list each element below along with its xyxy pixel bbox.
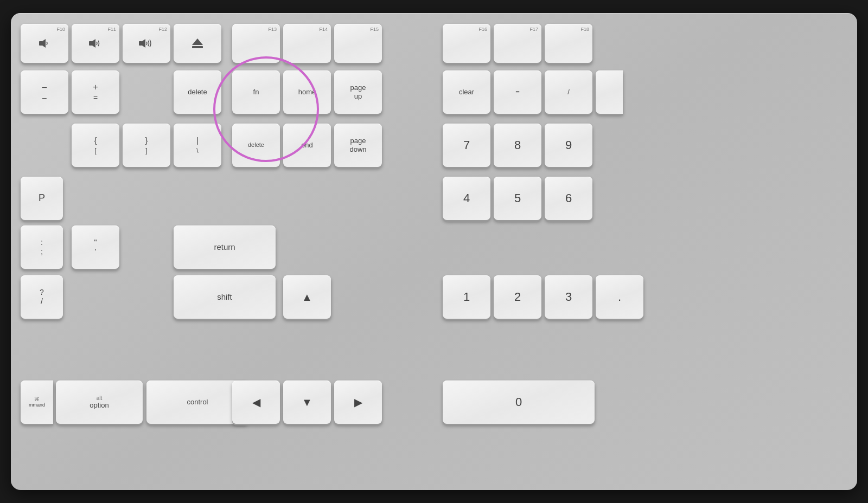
key-right-arrow[interactable]: ▶ bbox=[334, 381, 382, 424]
key-fn[interactable]: fn bbox=[232, 70, 280, 114]
key-numpad-0[interactable]: 0 bbox=[443, 381, 595, 424]
key-left-arrow[interactable]: ◀ bbox=[232, 381, 280, 424]
key-f14-label: F14 bbox=[319, 27, 328, 32]
key-right-arrow-label: ▶ bbox=[354, 396, 362, 409]
key-f12-label: F12 bbox=[158, 27, 167, 32]
keyboard: F10 F11 F12 bbox=[11, 13, 857, 490]
key-page-up[interactable]: page up bbox=[334, 70, 382, 114]
key-end-label: end bbox=[301, 141, 313, 150]
key-numpad-mul[interactable] bbox=[596, 70, 623, 114]
key-command[interactable]: ⌘mmand bbox=[21, 381, 53, 424]
key-p-label: P bbox=[39, 192, 45, 204]
key-numpad-eq[interactable]: = bbox=[494, 70, 541, 114]
key-numpad-1[interactable]: 1 bbox=[443, 275, 490, 319]
key-numpad-2-label: 2 bbox=[514, 290, 521, 304]
key-f18[interactable]: F18 bbox=[545, 24, 592, 63]
key-numpad-3[interactable]: 3 bbox=[545, 275, 592, 319]
key-f10[interactable]: F10 bbox=[21, 24, 68, 63]
key-down-arrow-label: ▼ bbox=[302, 396, 312, 409]
key-fn-label: fn bbox=[253, 88, 259, 96]
key-page-down[interactable]: page down bbox=[334, 124, 382, 167]
key-delete[interactable]: delete bbox=[174, 70, 221, 114]
key-numpad-5-label: 5 bbox=[514, 191, 521, 205]
key-numpad-div-label: / bbox=[567, 88, 570, 96]
key-f11[interactable]: F11 bbox=[72, 24, 119, 63]
key-quote[interactable]: "' bbox=[72, 225, 119, 269]
key-f15-label: F15 bbox=[370, 27, 379, 32]
key-plus[interactable]: += bbox=[72, 70, 119, 114]
svg-marker-5 bbox=[142, 39, 145, 48]
key-delete-label: delete bbox=[188, 88, 207, 96]
speaker-low-icon bbox=[39, 38, 50, 48]
key-f18-label: F18 bbox=[580, 27, 589, 32]
key-numpad-8-label: 8 bbox=[514, 138, 521, 152]
key-f12[interactable]: F12 bbox=[123, 24, 170, 63]
key-plus-label: += bbox=[93, 82, 98, 102]
key-home-label: home bbox=[298, 88, 316, 96]
key-fwd-delete[interactable]: delete bbox=[232, 124, 280, 167]
key-f13-label: F13 bbox=[268, 27, 277, 32]
key-open-brace-label: {[ bbox=[94, 136, 97, 155]
key-home[interactable]: home bbox=[283, 70, 331, 114]
key-numpad-5[interactable]: 5 bbox=[494, 177, 541, 220]
key-command-label: ⌘mmand bbox=[29, 396, 45, 408]
svg-rect-2 bbox=[89, 41, 92, 46]
key-p[interactable]: P bbox=[21, 177, 63, 220]
key-quote-label: "' bbox=[94, 238, 97, 256]
key-f13[interactable]: F13 bbox=[232, 24, 280, 63]
speaker-high-icon bbox=[138, 38, 155, 48]
svg-rect-0 bbox=[39, 41, 42, 46]
key-return[interactable]: return bbox=[174, 225, 276, 269]
key-semicolon[interactable]: :; bbox=[21, 225, 63, 269]
key-f16[interactable]: F16 bbox=[443, 24, 490, 63]
svg-marker-6 bbox=[192, 38, 203, 45]
key-eject[interactable] bbox=[174, 24, 221, 63]
key-numpad-2[interactable]: 2 bbox=[494, 275, 541, 319]
key-minus-label: –– bbox=[42, 82, 47, 102]
keyboard-body: F10 F11 F12 bbox=[21, 24, 847, 479]
key-slash[interactable]: ?/ bbox=[21, 275, 63, 319]
key-fwd-delete-label: delete bbox=[248, 141, 264, 149]
key-backslash[interactable]: |\ bbox=[174, 124, 221, 167]
key-f10-label: F10 bbox=[56, 27, 65, 32]
key-numpad-9[interactable]: 9 bbox=[545, 124, 592, 167]
key-page-up-label: page up bbox=[350, 83, 366, 100]
key-numpad-1-label: 1 bbox=[463, 290, 470, 304]
key-numpad-dot[interactable]: . bbox=[596, 275, 643, 319]
key-numpad-6-label: 6 bbox=[565, 191, 572, 205]
key-f15[interactable]: F15 bbox=[334, 24, 382, 63]
key-shift[interactable]: shift bbox=[174, 275, 276, 319]
key-numpad-div[interactable]: / bbox=[545, 70, 592, 114]
key-numpad-3-label: 3 bbox=[565, 290, 572, 304]
key-open-brace[interactable]: {[ bbox=[72, 124, 119, 167]
key-numpad-4[interactable]: 4 bbox=[443, 177, 490, 220]
key-backslash-label: |\ bbox=[196, 136, 199, 155]
key-up-arrow[interactable]: ▲ bbox=[283, 275, 331, 319]
key-end[interactable]: end bbox=[283, 124, 331, 167]
key-minus[interactable]: –– bbox=[21, 70, 68, 114]
key-f17[interactable]: F17 bbox=[494, 24, 541, 63]
key-close-brace[interactable]: }] bbox=[123, 124, 170, 167]
key-option[interactable]: alt option bbox=[56, 381, 143, 424]
key-shift-label: shift bbox=[217, 292, 232, 302]
key-numpad-7[interactable]: 7 bbox=[443, 124, 490, 167]
key-numpad-0-label: 0 bbox=[515, 395, 522, 409]
svg-rect-7 bbox=[192, 46, 203, 48]
key-numpad-6[interactable]: 6 bbox=[545, 177, 592, 220]
svg-rect-4 bbox=[139, 41, 142, 46]
key-f17-label: F17 bbox=[529, 27, 538, 32]
speaker-med-icon bbox=[88, 38, 103, 48]
key-option-label: option bbox=[90, 401, 108, 410]
key-clear[interactable]: clear bbox=[443, 70, 490, 114]
key-numpad-9-label: 9 bbox=[565, 138, 572, 152]
svg-marker-1 bbox=[42, 39, 46, 48]
key-f14[interactable]: F14 bbox=[283, 24, 331, 63]
key-semicolon-label: :; bbox=[41, 238, 43, 256]
key-f11-label: F11 bbox=[107, 27, 116, 32]
key-numpad-7-label: 7 bbox=[463, 138, 470, 152]
key-f16-label: F16 bbox=[478, 27, 487, 32]
key-numpad-8[interactable]: 8 bbox=[494, 124, 541, 167]
key-numpad-dot-label: . bbox=[618, 290, 621, 304]
key-down-arrow[interactable]: ▼ bbox=[283, 381, 331, 424]
key-slash-label: ?/ bbox=[40, 288, 44, 306]
